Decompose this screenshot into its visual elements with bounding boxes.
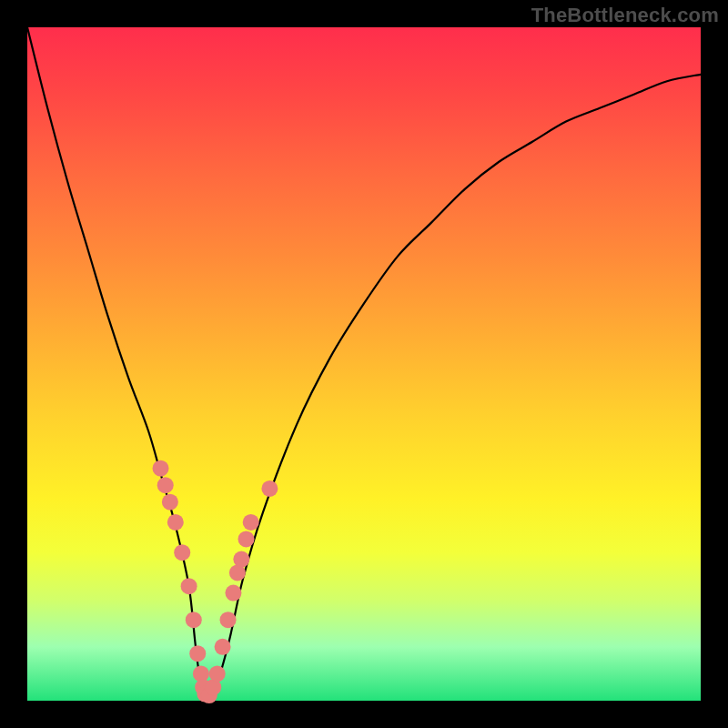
watermark-text: TheBottleneck.com — [531, 4, 719, 27]
highlight-markers — [153, 460, 278, 703]
highlight-marker — [186, 612, 202, 628]
bottleneck-curve-path — [27, 27, 701, 699]
highlight-marker — [189, 645, 206, 662]
highlight-marker — [153, 460, 169, 477]
highlight-marker — [162, 494, 178, 511]
highlight-marker — [181, 578, 197, 594]
highlight-marker — [233, 551, 249, 568]
highlight-marker — [225, 585, 241, 602]
highlight-marker — [243, 514, 259, 531]
highlight-marker — [157, 477, 174, 493]
highlight-marker — [209, 665, 226, 682]
plot-area — [27, 27, 701, 701]
highlight-marker — [238, 531, 255, 547]
chart-svg — [27, 27, 701, 701]
highlight-marker — [215, 639, 231, 655]
highlight-marker — [174, 544, 190, 561]
highlight-marker — [261, 480, 278, 497]
chart-frame: TheBottleneck.com — [0, 0, 728, 728]
highlight-marker — [167, 514, 184, 531]
highlight-marker — [220, 612, 237, 628]
